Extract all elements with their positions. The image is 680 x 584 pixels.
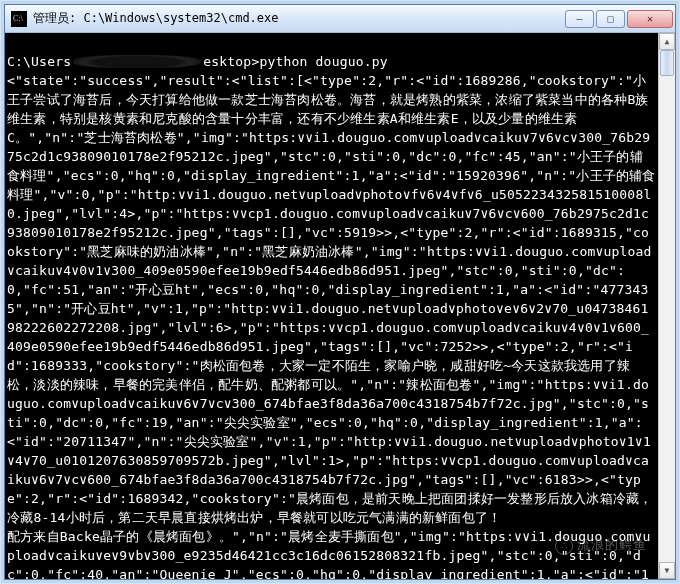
cmd-window: C:\ 管理员: C:\Windows\system32\cmd.exe — □… — [4, 4, 676, 580]
window-controls: — □ ✕ — [563, 10, 673, 28]
cmd-icon: C:\ — [11, 11, 27, 27]
scroll-track[interactable] — [659, 50, 675, 562]
console-area: C:\Usersesktop>python douguo.py <"state"… — [5, 33, 675, 579]
vertical-scrollbar[interactable]: ▲ ▼ — [658, 33, 675, 579]
redaction-smudge — [73, 55, 201, 68]
scroll-thumb[interactable] — [660, 50, 674, 76]
scroll-down-button[interactable]: ▼ — [659, 562, 675, 579]
maximize-button[interactable]: □ — [596, 10, 625, 28]
scroll-up-button[interactable]: ▲ — [659, 33, 675, 50]
titlebar[interactable]: C:\ 管理员: C:\Windows\system32\cmd.exe — □… — [5, 5, 675, 33]
svg-text:C:\: C:\ — [13, 14, 24, 23]
window-title: 管理员: C:\Windows\system32\cmd.exe — [33, 10, 279, 27]
close-button[interactable]: ✕ — [627, 10, 673, 28]
console-output[interactable]: C:\Usersesktop>python douguo.py <"state"… — [5, 33, 658, 579]
minimize-button[interactable]: — — [565, 10, 594, 28]
